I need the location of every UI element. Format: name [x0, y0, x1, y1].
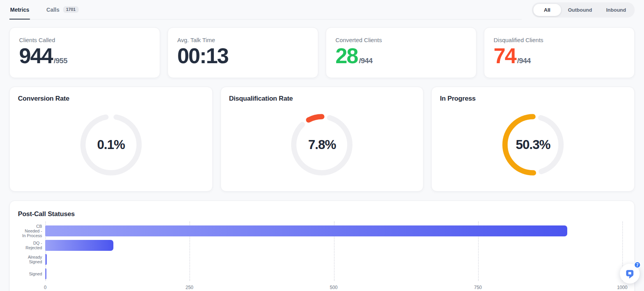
x-tick-label: 750 [474, 285, 482, 290]
tabs: Metrics Calls 1701 [9, 0, 522, 20]
filter-option-outbound[interactable]: Outbound [561, 4, 599, 16]
y-axis-label: AlreadySigned [18, 255, 45, 264]
bar[interactable] [45, 240, 113, 251]
donut-gauge: 50.3% [502, 114, 564, 176]
stat-value: 944 [19, 45, 53, 67]
bar-track [45, 225, 622, 236]
gauge-title: In Progress [440, 95, 626, 103]
bar-row: DQ -Rejected [18, 238, 626, 253]
gauges-row: Conversion Rate 0.1% Disqualification Ra… [9, 87, 635, 192]
gauge-value: 0.1% [80, 114, 142, 176]
stat-value: 28 [335, 45, 358, 67]
gauge-card-conversion-rate: Conversion Rate 0.1% [9, 87, 213, 192]
stat-card-disqualified-clients: Disqualified Clients 74 /944 [484, 27, 635, 78]
stat-label: Converted Clients [335, 37, 467, 43]
bar-track [45, 254, 622, 265]
filter-option-inbound[interactable]: Inbound [599, 4, 633, 16]
direction-filter: All Outbound Inbound [532, 2, 635, 18]
bar-row: AlreadySigned [18, 252, 626, 267]
stat-card-converted-clients: Converted Clients 28 /944 [326, 27, 476, 78]
chat-bubble-icon [625, 268, 635, 279]
x-tick-label: 1000 [617, 285, 628, 290]
x-tick-label: 0 [44, 285, 47, 290]
bar-row: Signed [18, 267, 626, 281]
chat-unread-badge: 7 [634, 261, 641, 268]
gauge-title: Disqualification Rate [229, 95, 415, 103]
bar[interactable] [45, 268, 46, 279]
y-axis-label: CBNeeded -In Process [18, 224, 45, 238]
bar-chart: CBNeeded -In ProcessDQ -RejectedAlreadyS… [18, 224, 626, 291]
bar-row: CBNeeded -In Process [18, 224, 626, 238]
chart-title: Post-Call Statuses [18, 210, 626, 218]
donut-gauge: 7.8% [291, 114, 353, 176]
stat-label: Disqualified Clients [494, 37, 625, 43]
y-axis-label: DQ -Rejected [18, 241, 45, 250]
tab-metrics-label: Metrics [10, 7, 29, 13]
tab-calls-label: Calls [46, 7, 59, 13]
stat-denominator: /955 [54, 57, 67, 65]
stat-card-avg-talk-time: Avg. Talk Time 00:13 [168, 27, 318, 78]
bar[interactable] [45, 254, 47, 265]
y-axis-label: Signed [18, 271, 45, 276]
stat-value-row: 944 /955 [19, 45, 150, 67]
stat-value-row: 00:13 [177, 45, 309, 67]
x-tick-label: 500 [330, 285, 337, 290]
stat-value-row: 74 /944 [494, 45, 625, 67]
filter-option-all[interactable]: All [533, 4, 561, 16]
stat-denominator: /944 [359, 57, 372, 65]
donut-gauge: 0.1% [80, 114, 142, 176]
stat-card-clients-called: Clients Called 944 /955 [9, 27, 160, 78]
chat-launcher-button[interactable]: 7 [620, 264, 640, 284]
calls-count-badge: 1701 [63, 6, 79, 13]
gauge-card-in-progress: In Progress 50.3% [431, 87, 635, 192]
x-axis: 02505007501000 [45, 285, 622, 291]
stat-value: 00:13 [177, 45, 228, 67]
gauge-value: 50.3% [502, 114, 564, 176]
stat-value: 74 [494, 45, 516, 67]
gauge-card-disqualification-rate: Disqualification Rate 7.8% [221, 87, 424, 192]
bar-track [45, 240, 622, 251]
post-call-statuses-card: Post-Call Statuses CBNeeded -In ProcessD… [9, 201, 635, 291]
tab-calls[interactable]: Calls 1701 [46, 0, 79, 19]
stat-label: Avg. Talk Time [177, 37, 309, 43]
stat-label: Clients Called [19, 37, 150, 43]
bar-chart-rows: CBNeeded -In ProcessDQ -RejectedAlreadyS… [18, 224, 626, 281]
gauge-value: 7.8% [291, 114, 353, 176]
gauge-title: Conversion Rate [18, 95, 204, 103]
stat-denominator: /944 [517, 57, 531, 65]
stat-value-row: 28 /944 [335, 45, 467, 67]
tab-metrics[interactable]: Metrics [9, 0, 30, 19]
stats-row: Clients Called 944 /955 Avg. Talk Time 0… [9, 27, 635, 78]
top-bar: Metrics Calls 1701 All Outbound Inbound [0, 0, 644, 20]
bar[interactable] [45, 225, 567, 236]
bar-track [45, 268, 622, 279]
x-tick-label: 250 [185, 285, 193, 290]
